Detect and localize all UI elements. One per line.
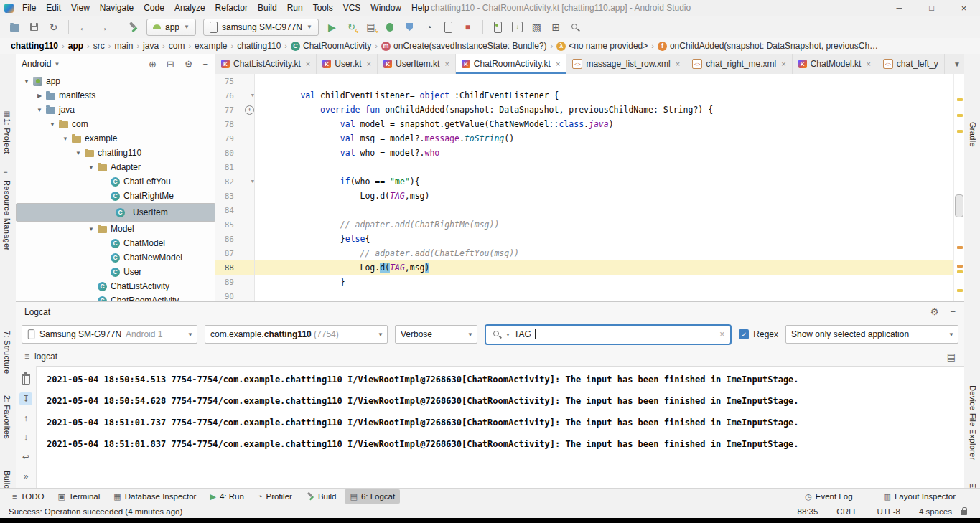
project-structure-icon[interactable]: ▧	[528, 19, 546, 36]
tab-close-icon[interactable]: ×	[676, 60, 680, 68]
clear-logcat-icon[interactable]	[19, 373, 32, 386]
tree-item-chatting110[interactable]: ▼chatting110	[16, 146, 215, 160]
avd-manager-icon[interactable]	[489, 19, 507, 36]
menu-refactor[interactable]: Refactor	[210, 0, 253, 16]
menu-vcs[interactable]: VCS	[338, 0, 366, 16]
tool-stripe-resource-manager[interactable]: Resource Manager	[3, 180, 11, 250]
breadcrumb-item-chatroomactivity[interactable]: CChatRoomActivity	[289, 41, 373, 51]
override-gutter-icon[interactable]: ↑	[245, 105, 254, 115]
breadcrumb-item-app[interactable]: app	[66, 41, 85, 51]
menu-analyze[interactable]: Analyze	[169, 0, 210, 16]
stripe-mark[interactable]	[957, 289, 963, 292]
tree-item-chatleftyou[interactable]: CChatLeftYou	[16, 174, 215, 189]
close-icon[interactable]: ×	[948, 0, 980, 16]
tree-item-manifests[interactable]: ▶manifests	[16, 88, 215, 103]
tree-item-java[interactable]: ▼java	[16, 103, 215, 117]
search-everywhere-icon[interactable]	[566, 19, 584, 36]
coverage-icon[interactable]	[401, 19, 419, 36]
down-stack-trace-icon[interactable]: ↓	[19, 431, 32, 444]
tool-stripe-2-favorites[interactable]: 2: Favorites	[3, 395, 11, 439]
maximize-icon[interactable]: □	[915, 0, 948, 16]
tab-close-icon[interactable]: ×	[367, 60, 371, 68]
breadcrumb-item-java[interactable]: java	[141, 41, 161, 51]
expanded-arrow-icon[interactable]: ▼	[47, 121, 57, 128]
logcat-view-settings-icon[interactable]: ▤	[947, 352, 956, 362]
menu-build[interactable]: Build	[253, 0, 282, 16]
tab-close-icon[interactable]: ×	[866, 60, 870, 68]
tree-item-useritem[interactable]: CUserItem	[16, 203, 215, 222]
forward-icon[interactable]: →	[94, 19, 112, 36]
layout-validation-icon[interactable]: ⊞	[547, 19, 565, 36]
tree-item-com[interactable]: ▼com	[16, 117, 215, 131]
open-icon[interactable]	[6, 19, 24, 36]
run-config-dropdown[interactable]: app ▼	[146, 19, 196, 36]
editor-scrollbar-thumb[interactable]	[955, 194, 963, 217]
more-actions-icon[interactable]: »	[19, 470, 32, 483]
breadcrumb-item-chatting110[interactable]: chatting110	[235, 41, 283, 51]
tab-massage-list-row-xml[interactable]: <>massage_list_row.xml×	[566, 54, 686, 74]
logcat-level-dropdown[interactable]: Verbose ▼	[395, 325, 477, 344]
toolwindow-button-todo[interactable]: ≡TODO	[7, 489, 49, 504]
code-editor[interactable]: 7576▼ val childEventListener= object :Ch…	[215, 74, 954, 301]
tree-item-app[interactable]: ▼app	[16, 74, 215, 88]
build-hammer-icon[interactable]	[124, 19, 142, 36]
menu-tools[interactable]: Tools	[308, 0, 338, 16]
locate-file-icon[interactable]: ⊕	[149, 59, 157, 70]
tool-stripe-gradle[interactable]: Gradle	[969, 122, 977, 147]
breadcrumb-item-chatting110[interactable]: chatting110	[9, 41, 60, 51]
sdk-manager-icon[interactable]: ↓	[508, 19, 526, 36]
clear-search-icon[interactable]: ×	[719, 329, 724, 339]
gear-icon[interactable]: ⚙	[185, 59, 193, 70]
fold-icon[interactable]: ▼	[251, 93, 254, 98]
logcat-device-dropdown[interactable]: Samsung SM-G977N Android 1 ▼	[22, 325, 197, 344]
tab-user-kt[interactable]: KUser.kt×	[317, 54, 378, 74]
menu-edit[interactable]: Edit	[41, 0, 66, 16]
minimize-icon[interactable]: ─	[883, 0, 915, 16]
toolwindow-button-6-logcat[interactable]: ▤6: Logcat	[345, 489, 400, 504]
tree-item-chatlistactivity[interactable]: CChatListActivity	[16, 279, 215, 293]
stripe-mark[interactable]	[957, 98, 963, 101]
tree-item-chatnewmodel[interactable]: CChatNewModel	[16, 250, 215, 265]
hidden-tabs-chevron-icon[interactable]: ▼	[953, 54, 961, 74]
menu-file[interactable]: File	[17, 0, 41, 16]
editor-area[interactable]: KChatListActivity.kt×KUser.kt×KUserItem.…	[215, 54, 964, 301]
breadcrumb-item-no-name-provided[interactable]: λ<no name provided>	[554, 41, 650, 51]
expanded-arrow-icon[interactable]: ▼	[22, 78, 32, 85]
tree-item-chatrightme[interactable]: CChatRightMe	[16, 189, 215, 203]
device-dropdown[interactable]: samsung SM-G977N ▼	[203, 19, 319, 36]
attach-debugger-icon[interactable]	[439, 19, 457, 36]
apply-code-changes-icon[interactable]: ▤ϟ	[362, 19, 380, 36]
up-stack-trace-icon[interactable]: ↑	[19, 412, 32, 425]
tree-item-chatmodel[interactable]: CChatModel	[16, 236, 215, 250]
menu-run[interactable]: Run	[282, 0, 308, 16]
menu-code[interactable]: Code	[139, 0, 169, 16]
tree-item-example[interactable]: ▼example	[16, 131, 215, 146]
expanded-arrow-icon[interactable]: ▼	[86, 226, 96, 232]
stripe-mark[interactable]	[957, 114, 963, 117]
fold-icon[interactable]: ▼	[251, 179, 254, 184]
tab-chat-left-y[interactable]: <>chat_left_y	[877, 54, 945, 74]
toolwindow-button-layout-inspector[interactable]: ▥Layout Inspector	[879, 489, 961, 504]
search-history-chevron-icon[interactable]: ▼	[505, 332, 510, 337]
toolwindow-button-4-run[interactable]: ▶4: Run	[205, 489, 248, 504]
logcat-process-dropdown[interactable]: com.example.chatting110 (7754) ▼	[205, 325, 388, 344]
breadcrumb-item-src[interactable]: src	[91, 41, 107, 51]
stop-icon[interactable]: ■	[459, 19, 477, 36]
stripe-mark[interactable]	[957, 270, 963, 273]
gear-icon[interactable]: ⚙	[930, 306, 939, 317]
logcat-tab-label[interactable]: logcat	[34, 352, 57, 362]
breadcrumb-item-example[interactable]: example	[192, 41, 229, 51]
tab-close-icon[interactable]: ×	[781, 60, 785, 68]
project-tool-icon[interactable]: ▦	[4, 110, 10, 118]
expanded-arrow-icon[interactable]: ▼	[86, 164, 96, 171]
project-view-selector[interactable]: Android	[22, 59, 51, 69]
project-tree[interactable]: ▼app▶manifests▼java▼com▼example▼chatting…	[16, 74, 215, 301]
tab-chatroomactivity-kt[interactable]: KChatRoomActivity.kt×	[456, 54, 567, 74]
stripe-mark[interactable]	[957, 246, 963, 249]
tab-chatmodel-kt[interactable]: KChatModel.kt×	[793, 54, 877, 74]
tool-stripe-1-project[interactable]: 1: Project	[3, 118, 11, 154]
hide-panel-icon[interactable]: −	[202, 59, 208, 70]
soft-wrap-icon[interactable]: ↩	[19, 451, 32, 463]
expanded-arrow-icon[interactable]: ▼	[73, 150, 83, 156]
collapse-all-icon[interactable]: ⊟	[167, 59, 174, 70]
